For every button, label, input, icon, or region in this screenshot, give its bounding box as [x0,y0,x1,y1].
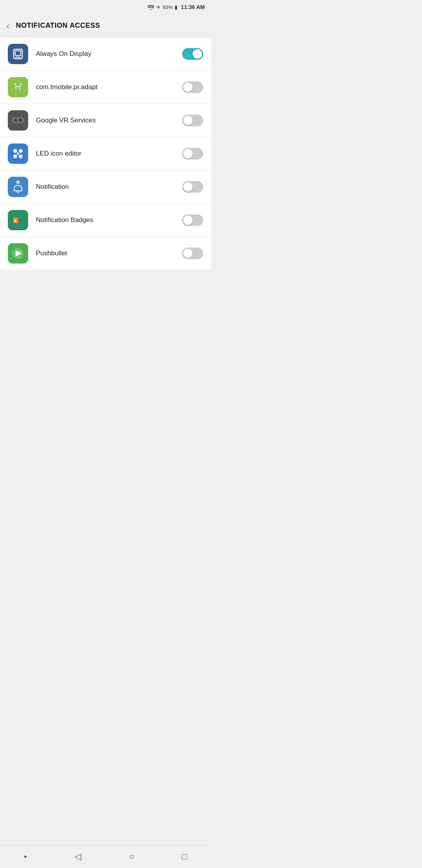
app-icon-notification [8,177,28,197]
app-name-notification-badges: Notification Badges [36,216,182,224]
app-name-tmobile: com.tmobile.pr.adapt [36,83,182,91]
app-name-notification: Notification [36,183,182,191]
svg-line-7 [15,84,16,85]
toggle-notification[interactable] [182,181,203,193]
list-item-always-on-display: Always On Display [0,38,211,71]
svg-line-8 [20,84,21,85]
toggle-pushbullet[interactable] [182,247,203,259]
app-icon-led-icon-editor [8,143,28,164]
toggle-knob-always-on-display [193,49,202,59]
toggle-google-vr[interactable] [182,115,203,126]
toggle-knob-pushbullet [183,249,193,258]
list-item-tmobile: com.tmobile.pr.adapt [0,71,211,104]
app-name-google-vr: Google VR Services [36,117,182,124]
airplane-icon: ✈ [156,4,161,10]
svg-point-20 [17,181,19,182]
svg-point-5 [16,88,17,90]
toggle-always-on-display[interactable] [182,48,203,60]
header: ‹ NOTIFICATION ACCESS [0,14,211,38]
list-item-notification-badges: Notification Badges [0,204,211,237]
status-icons: ✈ 93% ▮ 11:36 AM [147,4,205,10]
svg-point-15 [19,154,23,158]
back-button[interactable]: ‹ [6,21,10,31]
svg-point-14 [13,154,17,158]
status-time: 11:36 AM [181,4,205,10]
toggle-knob-notification [183,182,193,192]
app-icon-google-vr [8,110,28,131]
app-list: Always On Display com.tmobile.pr.adapt G… [0,38,211,270]
app-icon-notification-badges [8,210,28,230]
app-icon-pushbullet [8,243,28,264]
svg-point-19 [17,191,19,192]
svg-rect-1 [15,51,21,56]
list-item-google-vr: Google VR Services [0,104,211,137]
svg-rect-16 [17,152,19,155]
toggle-knob-led-icon-editor [183,149,193,158]
toggle-notification-badges[interactable] [182,214,203,226]
toggle-knob-notification-badges [183,215,193,225]
toggle-led-icon-editor[interactable] [182,148,203,160]
toggle-knob-google-vr [183,116,193,125]
toggle-knob-tmobile [183,82,193,92]
svg-point-12 [13,149,17,153]
app-name-led-icon-editor: LED icon editor [36,150,182,158]
svg-rect-9 [12,118,24,123]
app-name-always-on-display: Always On Display [36,50,182,58]
app-icon-tmobile [8,77,28,97]
wifi-icon [147,4,154,10]
svg-point-13 [19,149,23,153]
battery-icon: ▮ [175,4,177,10]
app-icon-always-on-display [8,44,28,64]
svg-point-11 [19,119,22,122]
list-item-pushbullet: Pushbullet [0,237,211,270]
list-item-notification: Notification [0,170,211,204]
toggle-tmobile[interactable] [182,81,203,93]
svg-point-6 [20,88,21,90]
list-item-led-icon-editor: LED icon editor [0,137,211,170]
status-bar: ✈ 93% ▮ 11:36 AM [0,0,211,14]
battery-percent: 93% [163,4,173,10]
svg-rect-24 [14,221,16,222]
page-title: NOTIFICATION ACCESS [16,22,100,30]
svg-rect-4 [14,88,22,91]
app-name-pushbullet: Pushbullet [36,249,182,257]
empty-space [0,270,211,466]
svg-point-10 [14,119,18,122]
